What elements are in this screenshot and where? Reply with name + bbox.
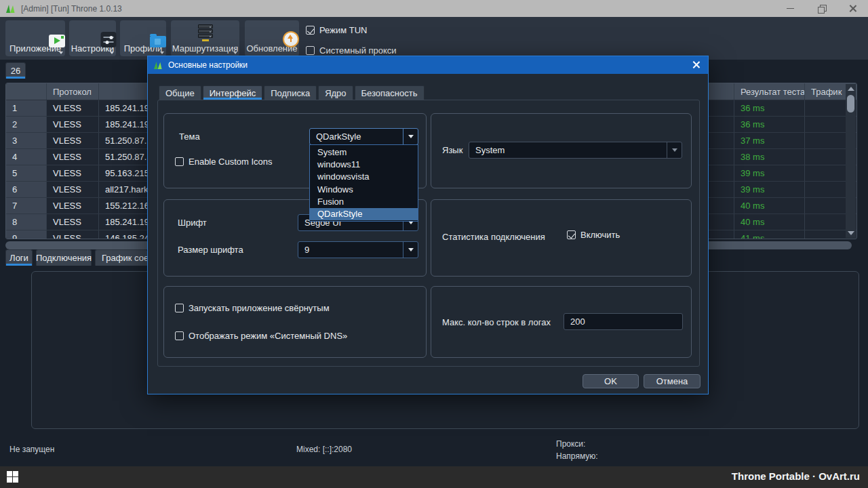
theme-label: Тема [179, 131, 200, 142]
scroll-up-icon[interactable] [848, 87, 854, 91]
dropdown-option-selected[interactable]: QDarkStyle [310, 208, 418, 220]
dialog-tab-interface[interactable]: Интерфейс [203, 85, 262, 100]
stats-enable-checkbox[interactable]: Включить [567, 230, 620, 240]
os-taskbar: Throne Portable · OvArt.ru [0, 466, 868, 488]
header-traffic[interactable]: Трафик [805, 83, 844, 100]
chevron-down-icon [408, 248, 414, 251]
app-menu-button[interactable]: Приложение [5, 20, 65, 56]
combobox-arrow[interactable] [403, 242, 418, 258]
start-minimized-checkbox[interactable]: Запускать приложение свёрнутым [175, 303, 330, 313]
windows-start-icon[interactable] [7, 471, 18, 483]
close-button[interactable] [837, 0, 868, 17]
dialog-tab-core[interactable]: Ядро [318, 85, 353, 100]
tab-connection-graph[interactable]: График соеди [95, 249, 148, 266]
dropdown-option[interactable]: windowsvista [310, 171, 418, 183]
language-combobox-value: System [469, 142, 667, 158]
dialog-tab-general[interactable]: Общие [159, 85, 201, 100]
row-traffic [805, 149, 844, 165]
header-number[interactable] [6, 83, 47, 100]
row-number: 6 [6, 182, 47, 197]
dropdown-option[interactable]: windows11 [310, 158, 418, 170]
profiles-button[interactable]: Профили [120, 20, 166, 56]
ok-button[interactable]: OK [583, 374, 639, 388]
header-protocol[interactable]: Протокол [47, 83, 99, 100]
tun-mode-checkbox[interactable]: Режим TUN [306, 25, 367, 35]
tab-logs[interactable]: Логи [5, 249, 33, 266]
profile-group-tab-label: 26 [11, 66, 20, 76]
system-proxy-checkbox[interactable]: Системный прокси [306, 45, 397, 56]
show-dns-label: Отображать режим «Системный DNS» [189, 331, 347, 341]
dropdown-option[interactable]: Windows [310, 183, 418, 195]
vertical-scrollbar[interactable] [846, 84, 856, 238]
show-dns-checkbox[interactable]: Отображать режим «Системный DNS» [175, 331, 347, 341]
routing-button[interactable]: Маршрутизация [171, 20, 239, 56]
profile-group-tab[interactable]: 26 [5, 62, 26, 79]
font-size-combobox-value: 9 [298, 242, 403, 258]
status-proxy-label: Прокси: [556, 439, 585, 449]
os-titlebar: [Admin] [Tun] Throne 1.0.13 [0, 0, 868, 17]
row-test-result: 41 ms [734, 230, 805, 239]
dialog-title: Основные настройки [168, 60, 248, 70]
custom-icons-checkbox[interactable]: Enable Custom Icons [175, 157, 273, 167]
tab-connections-label: Подключения [36, 253, 92, 263]
row-number: 5 [6, 165, 47, 181]
row-number: 2 [6, 117, 47, 132]
scroll-down-icon[interactable] [848, 231, 854, 235]
dialog-tab-security[interactable]: Безопасность [355, 85, 425, 100]
menu-arrow-icon [59, 52, 63, 54]
language-combobox[interactable]: System [469, 142, 682, 159]
chevron-down-icon [408, 135, 414, 138]
checkbox-box [306, 46, 315, 55]
max-log-label: Макс. кол-во строк в логах [442, 317, 551, 327]
row-test-result: 40 ms [734, 214, 805, 230]
tab-logs-label: Логи [9, 253, 28, 263]
row-protocol: VLESS [47, 100, 99, 116]
startup-group [163, 286, 427, 358]
chevron-down-icon [672, 148, 677, 152]
main-toolbar: Приложение Настройки Профили Маршрутизац… [0, 17, 868, 60]
tab-connections[interactable]: Подключения [36, 249, 92, 266]
update-button[interactable]: Обновление [245, 20, 299, 56]
max-log-input[interactable] [564, 313, 683, 330]
row-protocol: VLESS [47, 117, 99, 132]
row-protocol: VLESS [47, 165, 99, 181]
row-test-result: 36 ms [734, 117, 805, 132]
tab-graph-label: График соеди [102, 253, 148, 263]
restore-button[interactable] [806, 0, 837, 17]
row-protocol: VLESS [47, 182, 99, 197]
font-size-combobox[interactable]: 9 [298, 241, 418, 258]
dialog-close-icon[interactable] [692, 60, 701, 69]
dropdown-option[interactable]: Fusion [310, 195, 418, 207]
menu-arrow-icon [160, 52, 164, 54]
row-number: 4 [6, 149, 47, 165]
status-direct-label: Напрямую: [556, 451, 598, 461]
dropdown-option[interactable]: System [310, 146, 418, 158]
status-state: Не запущен [9, 445, 54, 454]
combobox-arrow[interactable] [667, 142, 682, 158]
combobox-arrow[interactable] [403, 129, 418, 144]
row-test-result: 37 ms [734, 133, 805, 148]
header-test-result[interactable]: Результат теста [734, 83, 805, 100]
tun-mode-label: Режим TUN [319, 25, 367, 35]
row-test-result: 39 ms [734, 182, 805, 197]
dialog-tab-subscription[interactable]: Подписка [264, 85, 317, 100]
row-traffic [805, 165, 844, 181]
stats-label: Статистика подключения [442, 232, 545, 242]
row-test-result: 38 ms [734, 149, 805, 165]
minimize-button[interactable] [774, 0, 806, 17]
update-arrow-icon [283, 31, 299, 47]
theme-dropdown-list: System windows11 windowsvista Windows Fu… [309, 144, 418, 222]
app-play-icon [49, 35, 65, 47]
routing-label: Маршрутизация [172, 44, 239, 54]
row-protocol: VLESS [47, 149, 99, 165]
settings-button[interactable]: Настройки [69, 20, 116, 56]
window-title: [Admin] [Tun] Throne 1.0.13 [21, 4, 122, 14]
stats-enable-label: Включить [580, 230, 620, 240]
row-number: 3 [6, 133, 47, 148]
cancel-button[interactable]: Отмена [644, 374, 701, 388]
checkbox-box [175, 331, 184, 340]
theme-combobox[interactable]: QDarkStyle [309, 128, 418, 145]
scrollbar-thumb[interactable] [847, 95, 854, 113]
taskbar-brand-text: Throne Portable · OvArt.ru [732, 470, 860, 482]
dialog-titlebar[interactable]: Основные настройки [148, 56, 708, 74]
